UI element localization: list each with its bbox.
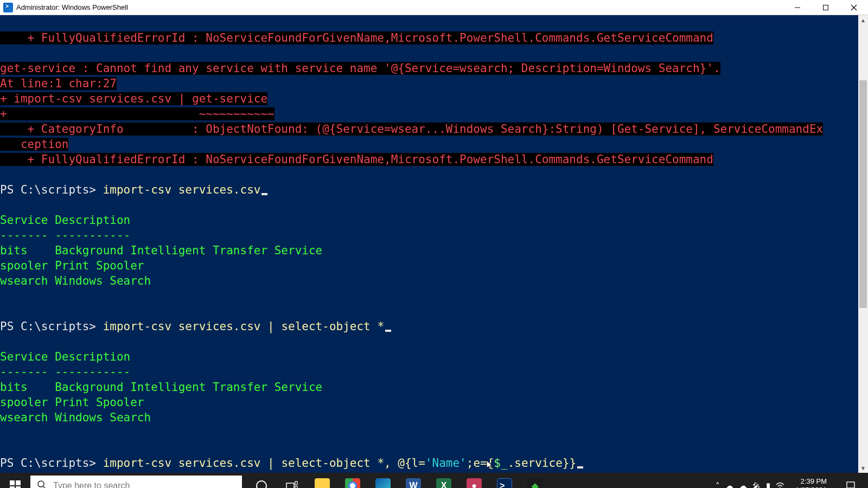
app-button[interactable]: ◆ (520, 473, 550, 488)
command-text: .service}} (508, 457, 576, 470)
minimize-icon (794, 4, 801, 11)
error-line: + FullyQualifiedErrorId : NoServiceFound… (0, 153, 713, 166)
maximize-icon (822, 4, 829, 11)
excel-button[interactable]: X (429, 473, 459, 488)
chrome-button[interactable] (337, 473, 368, 488)
cursor-icon (577, 466, 583, 468)
chrome-icon (345, 478, 360, 488)
command-text: import-csv services.csv (103, 183, 261, 196)
output-row: bits Background Intelligent Transfer Ser… (0, 381, 322, 394)
system-tray: ˄ ☁ ☁ 🎤︎ ▮ 2:39 PM 1/25/2021 (711, 473, 868, 488)
error-line: + (0, 107, 7, 120)
minimize-button[interactable] (783, 0, 812, 15)
window-title: Administrator: Windows PowerShell (16, 3, 128, 11)
error-line: + import-csv services.csv | get-service (0, 92, 267, 105)
app-icon: ◆ (527, 478, 542, 488)
command-text: import-csv services.csv | select-object … (103, 457, 425, 470)
start-button[interactable] (0, 473, 30, 488)
vertical-scrollbar[interactable]: ▲ ▼ (858, 15, 868, 473)
camera-icon: ● (467, 478, 482, 488)
command-var: $_ (494, 457, 507, 470)
wifi-icon[interactable] (776, 481, 784, 489)
excel-icon: X (436, 478, 451, 488)
output-row: wsearch Windows Search (0, 274, 151, 287)
cortana-icon (256, 480, 267, 488)
taskbar-clock[interactable]: 2:39 PM 1/25/2021 (790, 477, 832, 488)
output-row: bits Background Intelligent Transfer Ser… (0, 244, 322, 257)
svg-point-4 (38, 481, 44, 487)
error-tilde: ~~~~~~~~~~~ (7, 107, 275, 120)
windows-logo-icon (10, 480, 21, 488)
clock-date: 1/25/2021 (795, 486, 827, 488)
taskbar-app-icons: W X ● >_ ◆ (246, 473, 550, 488)
battery-icon[interactable]: ▮ (766, 481, 770, 488)
cursor-icon (261, 193, 267, 195)
search-placeholder: Type here to search (53, 481, 130, 488)
prompt-path: PS C:\scripts> (0, 320, 103, 333)
output-header: Service Description (0, 214, 130, 227)
svg-rect-10 (847, 482, 854, 488)
command-string: 'Name' (425, 457, 467, 470)
taskview-icon (284, 478, 299, 488)
taskbar: Type here to search W X ● >_ ◆ ˄ ☁ ☁ 🎤︎ … (0, 473, 868, 488)
error-line: ception (0, 138, 68, 151)
output-row: spooler Print Spooler (0, 259, 144, 272)
console-viewport: + FullyQualifiedErrorId : NoServiceFound… (0, 15, 868, 473)
output-row: wsearch Windows Search (0, 411, 151, 424)
notifications-button[interactable] (838, 481, 864, 488)
folder-icon (315, 478, 330, 488)
edge-icon (375, 478, 391, 488)
error-line: At line:1 char:27 (0, 77, 117, 90)
camera-button[interactable]: ● (459, 473, 489, 488)
taskview-button[interactable] (277, 473, 307, 488)
output-row: spooler Print Spooler (0, 396, 144, 409)
error-line: get-service : Cannot find any service wi… (0, 62, 720, 75)
taskbar-search[interactable]: Type here to search (30, 476, 242, 488)
close-button[interactable] (840, 0, 868, 15)
svg-rect-7 (295, 481, 297, 485)
edge-button[interactable] (368, 473, 398, 488)
command-text: ;e={ (467, 457, 494, 470)
output-divider: ------- ----------- (0, 365, 130, 378)
microphone-icon[interactable]: 🎤︎ (752, 481, 761, 489)
scroll-up-icon[interactable]: ▲ (858, 15, 868, 25)
scroll-down-icon[interactable]: ▼ (858, 463, 868, 473)
powershell-console[interactable]: + FullyQualifiedErrorId : NoServiceFound… (0, 15, 858, 473)
file-explorer-button[interactable] (307, 473, 337, 488)
tray-chevron-icon[interactable]: ˄ (716, 481, 720, 488)
prompt-path: PS C:\scripts> (0, 457, 103, 470)
error-line: + CategoryInfo : ObjectNotFound: (@{Serv… (0, 123, 823, 136)
onedrive-icon[interactable]: ☁ (725, 481, 733, 488)
output-divider: ------- ----------- (0, 229, 130, 242)
cursor-icon (385, 330, 391, 332)
svg-rect-6 (286, 483, 294, 488)
close-icon (851, 4, 857, 11)
prompt-path: PS C:\scripts> (0, 183, 103, 196)
maximize-button[interactable] (812, 0, 840, 15)
scrollbar-thumb[interactable] (859, 80, 867, 308)
window-controls (783, 0, 868, 15)
notification-icon (846, 481, 856, 488)
search-icon (37, 480, 47, 488)
powershell-taskbar-icon: >_ (497, 478, 512, 488)
svg-rect-1 (824, 5, 828, 10)
window-titlebar: Administrator: Windows PowerShell (0, 0, 868, 15)
weather-icon[interactable]: ☁ (739, 481, 747, 488)
cortana-button[interactable] (246, 473, 277, 488)
output-header: Service Description (0, 350, 130, 363)
word-button[interactable]: W (398, 473, 429, 488)
command-text: import-csv services.csv | select-object … (103, 320, 384, 333)
clock-time: 2:39 PM (795, 477, 827, 486)
word-icon: W (406, 478, 421, 488)
powershell-icon (3, 3, 13, 12)
error-line: + FullyQualifiedErrorId : NoServiceFound… (0, 31, 713, 44)
powershell-taskbar-button[interactable]: >_ (489, 473, 520, 488)
